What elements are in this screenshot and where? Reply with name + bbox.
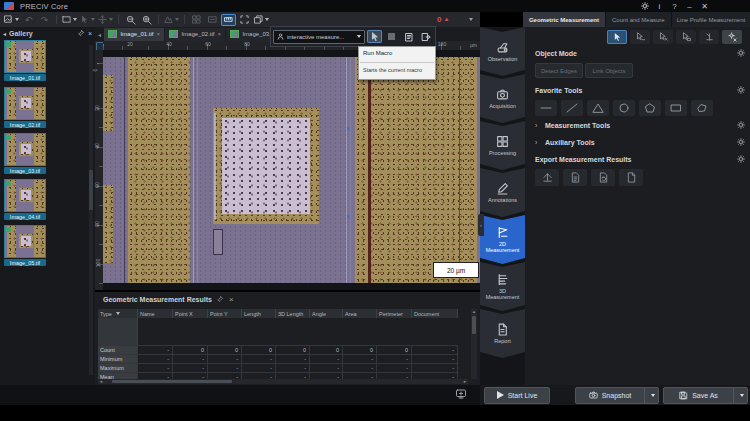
save-as-button[interactable]: Save As: [663, 387, 748, 404]
image-thumbnail[interactable]: [4, 179, 46, 212]
zoom-out-icon[interactable]: [123, 14, 138, 26]
collapse-left-icon[interactable]: ◂: [3, 30, 6, 37]
tile-view-icon[interactable]: [189, 14, 204, 26]
select-rect-icon[interactable]: [61, 14, 78, 26]
measurement-options-icon[interactable]: [722, 30, 742, 44]
gear-icon[interactable]: [737, 121, 745, 129]
magnification-icon[interactable]: [163, 14, 180, 26]
tab-processing[interactable]: Processing: [480, 121, 525, 170]
column-header[interactable]: Area: [343, 309, 377, 318]
tab-observation[interactable]: Observation: [480, 27, 525, 76]
polygon-tool-icon[interactable]: [639, 100, 661, 116]
display-feedback-icon[interactable]: [455, 388, 467, 400]
tab-scroll-left-icon[interactable]: ◂: [95, 28, 104, 41]
tab-count-and-measure[interactable]: Count and Measure: [606, 12, 671, 27]
snapshot-button[interactable]: Snapshot: [575, 387, 659, 404]
undo-icon[interactable]: ↶: [21, 14, 36, 26]
tab-report[interactable]: Report: [480, 309, 525, 358]
circle-tool-icon[interactable]: [613, 100, 635, 116]
list-item[interactable]: Image_02.tif: [4, 87, 46, 128]
close-icon[interactable]: ×: [229, 295, 234, 304]
link-objects-button[interactable]: Link Objects: [585, 63, 633, 78]
image-tab[interactable]: Image_01.tif ×: [104, 28, 164, 41]
table-vertical-scrollbar[interactable]: ▲: [471, 309, 477, 379]
column-header[interactable]: Name: [138, 309, 173, 318]
toolbar-collapse-icon[interactable]: [462, 13, 477, 25]
save-as-dropdown-icon[interactable]: [733, 388, 747, 403]
line-tool-icon[interactable]: [535, 100, 557, 116]
close-icon[interactable]: ×: [156, 31, 160, 37]
crosshair-measurement-icon[interactable]: [699, 30, 719, 44]
close-icon[interactable]: ✕: [697, 0, 712, 12]
column-header[interactable]: Document: [412, 309, 458, 318]
column-header[interactable]: Point X: [173, 309, 208, 318]
pin-icon[interactable]: [217, 296, 224, 303]
snapshot-dropdown-icon[interactable]: [644, 388, 658, 403]
stop-macro-icon[interactable]: [384, 30, 399, 43]
microscopy-image[interactable]: 20 µm: [103, 57, 480, 283]
select-measurement-icon[interactable]: [607, 30, 627, 44]
table-horizontal-scrollbar[interactable]: ◄ ►: [98, 379, 468, 384]
image-tab[interactable]: Image_02.tif ×: [165, 28, 225, 41]
scrollbar-thumb[interactable]: [472, 316, 476, 334]
export-sheet-icon[interactable]: [535, 169, 559, 186]
edit-measurement-icon[interactable]: [653, 30, 673, 44]
overlay-layers-icon[interactable]: [253, 14, 270, 26]
scroll-right-icon[interactable]: ►: [462, 379, 468, 384]
expand-chevron-icon[interactable]: ›: [535, 139, 537, 146]
info-icon[interactable]: i: [652, 0, 667, 12]
tab-2d-measurement[interactable]: 2D Measurement: [480, 215, 525, 264]
export-clipboard-icon[interactable]: [591, 169, 615, 186]
polyline-tool-icon[interactable]: [561, 100, 583, 116]
closed-polygon-tool-icon[interactable]: [691, 100, 713, 116]
scroll-up-icon[interactable]: ▲: [471, 309, 477, 315]
section-title-auxiliary-tools[interactable]: Auxiliary Tools: [545, 139, 595, 146]
close-icon[interactable]: ×: [88, 30, 92, 37]
scale-bar-toggle-icon[interactable]: [221, 14, 236, 26]
column-header[interactable]: Point Y: [208, 309, 242, 318]
help-icon[interactable]: ?: [667, 0, 682, 12]
list-item[interactable]: Image_04.tif: [4, 179, 46, 220]
insert-image-icon[interactable]: [3, 14, 20, 26]
column-header[interactable]: Perimeter: [377, 309, 412, 318]
image-thumbnail[interactable]: [4, 225, 46, 258]
gear-icon[interactable]: [737, 49, 745, 57]
gallery-scrollbar[interactable]: [89, 45, 93, 375]
column-header[interactable]: Angle: [310, 309, 343, 318]
section-title-measurement-tools[interactable]: Measurement Tools: [545, 122, 610, 129]
delete-measurement-icon[interactable]: [676, 30, 696, 44]
fullscreen-icon[interactable]: [237, 14, 252, 26]
fit-view-icon[interactable]: [205, 14, 220, 26]
pin-icon[interactable]: [78, 30, 85, 37]
gear-icon[interactable]: [737, 86, 745, 94]
panel-collapse-handle[interactable]: ‹: [478, 214, 484, 236]
export-file-icon[interactable]: [563, 169, 587, 186]
detect-edges-button[interactable]: Detect Edges: [535, 63, 583, 78]
tab-line-profile-measurement[interactable]: Line Profile Measurement: [672, 12, 750, 27]
redo-icon[interactable]: ↷: [37, 14, 52, 26]
image-viewer[interactable]: 20 µm: [103, 50, 480, 290]
move-measurement-icon[interactable]: [630, 30, 650, 44]
image-thumbnail[interactable]: [4, 40, 46, 73]
column-header[interactable]: Type: [98, 309, 138, 318]
list-item[interactable]: Image_01.tif: [4, 40, 46, 81]
column-header[interactable]: 3D Length: [276, 309, 310, 318]
tab-geometric-measurement[interactable]: Geometric Measurement: [523, 12, 605, 27]
settings-icon[interactable]: [637, 0, 652, 12]
close-icon[interactable]: ×: [217, 31, 221, 37]
image-thumbnail[interactable]: [4, 87, 46, 120]
rectangle-tool-icon[interactable]: [665, 100, 687, 116]
list-item[interactable]: Image_05.tif: [4, 225, 46, 266]
notification-badge[interactable]: 0 ▲: [437, 13, 449, 25]
zoom-in-icon[interactable]: [139, 14, 154, 26]
minimize-icon[interactable]: –: [682, 0, 697, 12]
gallery-scrollbar-thumb[interactable]: [89, 170, 93, 210]
measure-mode-dropdown[interactable]: interactive measure...: [273, 30, 365, 44]
scroll-left-icon[interactable]: ◄: [98, 379, 104, 384]
macro-list-icon[interactable]: [401, 30, 416, 43]
filter-dropdown-icon[interactable]: [116, 312, 120, 315]
angle-tool-icon[interactable]: [587, 100, 609, 116]
gear-icon[interactable]: [737, 138, 745, 146]
pointer-tool-icon[interactable]: [79, 14, 96, 26]
image-thumbnail[interactable]: [4, 133, 46, 166]
